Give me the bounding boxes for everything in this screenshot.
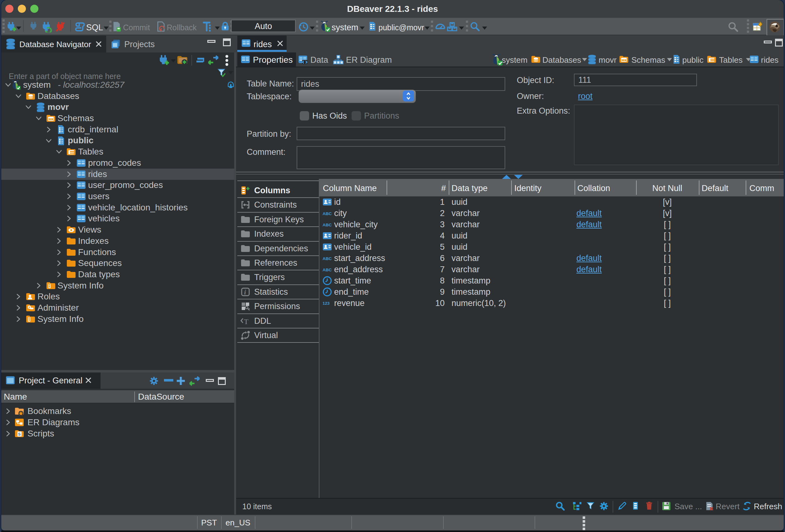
svg-text:ABC: ABC bbox=[323, 223, 332, 227]
svg-text:ABC: ABC bbox=[323, 211, 332, 216]
svg-text:ABC: ABC bbox=[323, 268, 332, 272]
svg-text:T: T bbox=[244, 318, 249, 326]
svg-text:S: S bbox=[18, 432, 21, 436]
svg-text:ABC: ABC bbox=[323, 256, 332, 261]
svg-text:i: i bbox=[244, 289, 246, 296]
svg-text:123: 123 bbox=[323, 301, 330, 306]
